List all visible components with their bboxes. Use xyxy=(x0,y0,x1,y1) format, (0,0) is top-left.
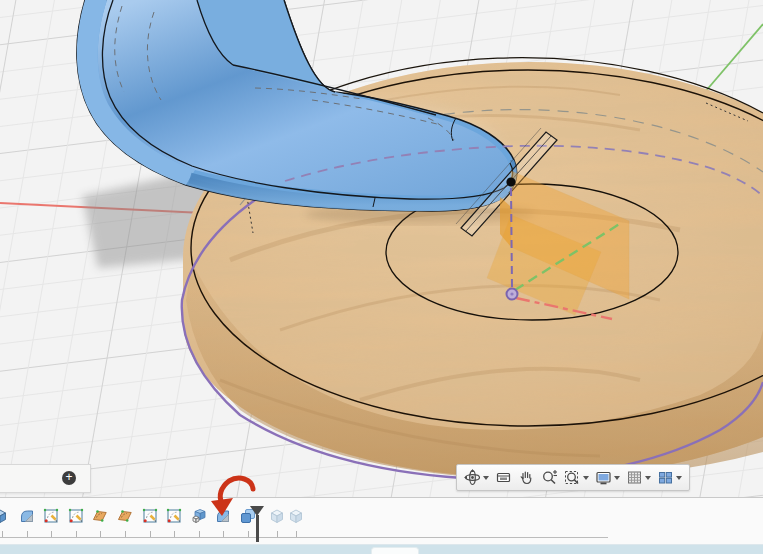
timeline-tick xyxy=(27,531,28,537)
timeline-tick xyxy=(248,531,249,537)
timeline-feature-fillet[interactable] xyxy=(214,507,232,525)
timeline-playhead-stem[interactable] xyxy=(256,515,259,542)
plus-icon[interactable]: + xyxy=(62,471,76,485)
timeline-feature-extrude[interactable] xyxy=(0,507,9,525)
timeline-tick xyxy=(150,531,151,537)
dropdown-caret-icon[interactable] xyxy=(676,476,682,480)
timeline-feature-sketch[interactable] xyxy=(67,507,85,525)
timeline-future-feature[interactable] xyxy=(287,507,305,525)
dropdown-caret-icon[interactable] xyxy=(583,476,589,480)
timeline xyxy=(0,497,763,545)
timeline-feature-sketch[interactable] xyxy=(42,507,60,525)
grid-and-snaps-button[interactable] xyxy=(623,467,654,488)
grid-icon xyxy=(626,469,643,486)
timeline-feature-combine[interactable] xyxy=(190,507,208,525)
dropdown-caret-icon[interactable] xyxy=(645,476,651,480)
timeline-tick xyxy=(296,531,297,537)
timeline-tick xyxy=(2,531,3,537)
timeline-tick xyxy=(277,531,278,537)
panel-drag-handle[interactable] xyxy=(371,547,419,554)
look-at-button[interactable] xyxy=(492,467,515,488)
timeline-tick xyxy=(125,531,126,537)
timeline-feature-sketch[interactable] xyxy=(165,507,183,525)
timeline-tick xyxy=(174,531,175,537)
timeline-feature-construction-plane[interactable] xyxy=(116,507,134,525)
timeline-feature-fillet[interactable] xyxy=(18,507,36,525)
fusion-viewport-app: + xyxy=(0,0,763,554)
fit-icon xyxy=(564,469,581,486)
display-settings-button[interactable] xyxy=(592,467,623,488)
fit-button[interactable] xyxy=(561,467,592,488)
timeline-feature-sketch[interactable] xyxy=(141,507,159,525)
timeline-feature-construction-plane[interactable] xyxy=(91,507,109,525)
timeline-tick xyxy=(199,531,200,537)
timeline-tick xyxy=(76,531,77,537)
dropdown-caret-icon[interactable] xyxy=(614,476,620,480)
pan-icon xyxy=(518,469,535,486)
zoom-button[interactable] xyxy=(538,467,561,488)
sketch-point[interactable] xyxy=(506,177,515,186)
timeline-future-feature[interactable] xyxy=(268,507,286,525)
3d-viewport[interactable]: + xyxy=(0,0,763,497)
orbit-icon xyxy=(464,469,481,486)
view-navigation-toolbar xyxy=(456,464,690,491)
timeline-ruler xyxy=(0,537,608,538)
display-settings-icon xyxy=(595,469,612,486)
collapsed-panel: + xyxy=(0,464,91,493)
bottom-panel-strip xyxy=(0,544,763,554)
timeline-tick xyxy=(100,531,101,537)
dropdown-caret-icon[interactable] xyxy=(483,476,489,480)
origin-point[interactable] xyxy=(507,289,518,300)
timeline-tick xyxy=(223,531,224,537)
zoom-icon xyxy=(541,469,558,486)
viewports-button[interactable] xyxy=(654,467,685,488)
orbit-button[interactable] xyxy=(461,467,492,488)
viewports-icon xyxy=(657,469,674,486)
look-at-icon xyxy=(495,469,512,486)
timeline-tick xyxy=(51,531,52,537)
pan-button[interactable] xyxy=(515,467,538,488)
